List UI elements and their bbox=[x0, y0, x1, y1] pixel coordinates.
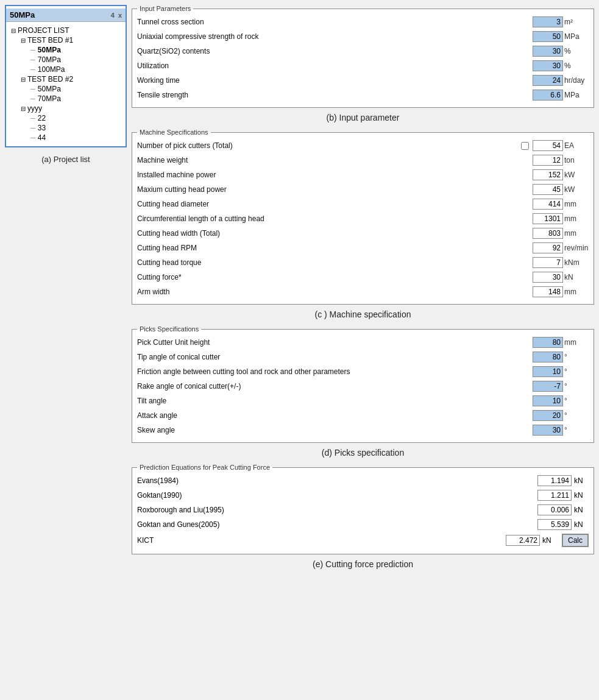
param-input-1[interactable] bbox=[533, 31, 563, 42]
tree-children-root: ⊟ TEST BED #1 ─ 50MPa ─ 70MPa ─ bbox=[11, 35, 123, 143]
param-input-6[interactable] bbox=[533, 425, 563, 436]
param-input-10[interactable] bbox=[533, 286, 563, 297]
param-input-3[interactable] bbox=[533, 184, 563, 195]
param-unit-4: ° bbox=[564, 397, 589, 405]
param-value-wrap-4: hr/day bbox=[533, 75, 589, 86]
param-label-2: Friction angle between cutting tool and … bbox=[137, 367, 533, 376]
tree-title: 50MPa bbox=[10, 10, 35, 19]
param-value-wrap-3: % bbox=[533, 60, 589, 71]
close-icon[interactable]: x bbox=[118, 12, 122, 19]
param-input-4[interactable] bbox=[533, 199, 563, 210]
param-row-8: Cutting head torquekNm bbox=[137, 255, 589, 270]
input-params-caption: (b) Input parameter bbox=[132, 113, 594, 122]
tree-leaf-tb2-50mpa[interactable]: ─ 50MPa bbox=[30, 84, 123, 94]
pred-unit-2: kN bbox=[574, 506, 589, 514]
tree-item-project-list[interactable]: ⊟ PROJECT LIST bbox=[11, 26, 123, 35]
param-label-2: Quartz(SiO2) contents bbox=[137, 47, 533, 55]
pred-input-4[interactable] bbox=[506, 535, 540, 546]
tree-item-testbed1[interactable]: ⊟ TEST BED #1 bbox=[21, 35, 123, 45]
tree-item-yyyy[interactable]: ⊟ yyyy bbox=[21, 104, 123, 113]
tree-leaf-50mpa-selected[interactable]: ─ 50MPa bbox=[30, 45, 123, 55]
param-row-5: Circumferential length of a cutting head… bbox=[137, 211, 589, 226]
leaf-44: 44 bbox=[38, 133, 46, 142]
param-value-wrap-9: kN bbox=[533, 272, 589, 283]
param-input-2[interactable] bbox=[533, 169, 563, 180]
param-unit-5: mm bbox=[564, 214, 589, 223]
param-unit-0: EA bbox=[564, 141, 589, 150]
tree-body: ⊟ PROJECT LIST ⊟ TEST BED #1 ─ 50MPa bbox=[6, 24, 126, 144]
tree-leaf-33[interactable]: ─ 33 bbox=[30, 123, 123, 133]
param-label-4: Cutting head diameter bbox=[137, 200, 533, 208]
param-row-0: Tunnel cross sectionm² bbox=[137, 15, 589, 29]
pred-input-0[interactable] bbox=[537, 475, 572, 486]
picks-specs-legend: Picks Specifications bbox=[137, 325, 201, 333]
tree-leaf-tb2-70mpa[interactable]: ─ 70MPa bbox=[30, 94, 123, 104]
param-input-0[interactable] bbox=[533, 337, 563, 348]
leaf-100mpa-label: 100MPa bbox=[38, 65, 65, 74]
param-value-wrap-5: ° bbox=[533, 410, 589, 421]
param-input-5[interactable] bbox=[533, 90, 563, 101]
param-label-9: Cutting force* bbox=[137, 273, 533, 281]
param-unit-2: kW bbox=[564, 171, 589, 179]
pred-input-1[interactable] bbox=[537, 490, 572, 501]
pred-input-3[interactable] bbox=[537, 519, 572, 530]
tree-item-testbed2[interactable]: ⊟ TEST BED #2 bbox=[21, 74, 123, 84]
param-value-wrap-6: mm bbox=[533, 228, 589, 239]
tree-leaf-44[interactable]: ─ 44 bbox=[30, 133, 123, 143]
tree-titlebar: 50MPa 4 x bbox=[6, 9, 126, 22]
tree-leaf-70mpa[interactable]: ─ 70MPa bbox=[30, 55, 123, 65]
param-input-4[interactable] bbox=[533, 395, 563, 406]
tree-leaf-22[interactable]: ─ 22 bbox=[30, 113, 123, 123]
project-tree-box: 50MPa 4 x ⊟ PROJECT LIST ⊟ TEST BED #1 bbox=[5, 5, 127, 147]
param-unit-1: MPa bbox=[564, 32, 589, 41]
testbed1-label: TEST BED #1 bbox=[27, 36, 73, 44]
param-unit-0: m² bbox=[564, 18, 589, 26]
leaf-50mpa-label: 50MPa bbox=[38, 46, 61, 54]
tree-leaf-100mpa[interactable]: ─ 100MPa bbox=[30, 65, 123, 74]
tree-root: ⊟ PROJECT LIST ⊟ TEST BED #1 ─ 50MPa bbox=[9, 26, 123, 143]
param-input-2[interactable] bbox=[533, 366, 563, 377]
param-value-wrap-5: mm bbox=[533, 213, 589, 224]
param-checkbox-0[interactable] bbox=[521, 142, 529, 150]
param-row-10: Arm widthmm bbox=[137, 285, 589, 299]
param-input-3[interactable] bbox=[533, 381, 563, 392]
pred-row-4: KICTkNCalc bbox=[137, 532, 589, 549]
param-value-wrap-0: m² bbox=[533, 16, 589, 27]
param-input-1[interactable] bbox=[533, 352, 563, 362]
pred-label-0: Evans(1984) bbox=[137, 476, 537, 485]
param-value-wrap-3: kW bbox=[533, 184, 589, 195]
param-unit-3: % bbox=[564, 62, 589, 70]
param-input-8[interactable] bbox=[533, 257, 563, 268]
param-input-1[interactable] bbox=[533, 155, 563, 166]
pred-input-2[interactable] bbox=[537, 504, 572, 515]
right-panel: Input Parameters Tunnel cross sectionm²U… bbox=[132, 5, 594, 695]
param-input-0[interactable] bbox=[533, 140, 563, 151]
tree-children-testbed2: ─ 50MPa ─ 70MPa bbox=[21, 84, 123, 104]
calc-button[interactable]: Calc bbox=[562, 534, 589, 547]
pred-row-0: Evans(1984)kN bbox=[137, 473, 589, 488]
pin-icon[interactable]: 4 bbox=[111, 12, 115, 19]
param-row-9: Cutting force*kN bbox=[137, 270, 589, 285]
param-input-2[interactable] bbox=[533, 46, 563, 57]
dash-icon-5: ─ bbox=[30, 95, 35, 102]
param-input-5[interactable] bbox=[533, 410, 563, 421]
param-row-3: Rake angle of conical cutter(+/-)° bbox=[137, 379, 589, 394]
param-input-4[interactable] bbox=[533, 75, 563, 86]
param-input-6[interactable] bbox=[533, 228, 563, 239]
param-input-3[interactable] bbox=[533, 60, 563, 71]
tree-children-yyyy: ─ 22 ─ 33 ─ 44 bbox=[21, 113, 123, 143]
param-input-9[interactable] bbox=[533, 272, 563, 283]
param-row-5: Tensile strengthMPa bbox=[137, 88, 589, 102]
testbed2-label: TEST BED #2 bbox=[27, 75, 73, 83]
param-row-0: Number of pick cutters (Total)EA bbox=[137, 138, 589, 153]
param-input-7[interactable] bbox=[533, 242, 563, 253]
param-label-0: Number of pick cutters (Total) bbox=[137, 141, 521, 150]
minus-icon-1: ⊟ bbox=[21, 37, 26, 44]
param-value-wrap-10: mm bbox=[533, 286, 589, 297]
prediction-rows: Evans(1984)kNGoktan(1990)kNRoxborough an… bbox=[137, 473, 589, 549]
project-list-caption: (a) Project list bbox=[5, 155, 127, 164]
param-value-wrap-4: ° bbox=[533, 395, 589, 406]
pred-label-4: KICT bbox=[137, 536, 506, 545]
param-input-0[interactable] bbox=[533, 16, 563, 27]
param-input-5[interactable] bbox=[533, 213, 563, 224]
